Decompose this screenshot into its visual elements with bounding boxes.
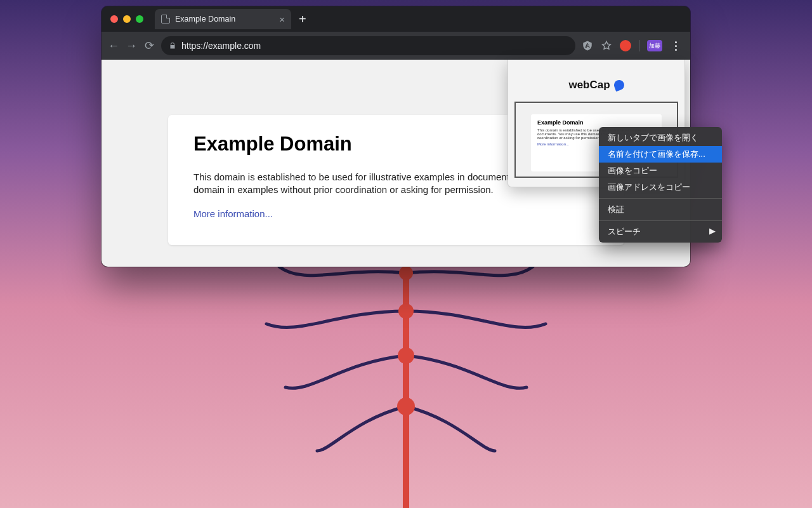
translate-icon[interactable]	[582, 40, 593, 51]
address-bar[interactable]: https://example.com	[161, 36, 575, 55]
popup-title: webCap	[514, 79, 678, 91]
context-menu: 新しいタブで画像を開く 名前を付けて画像を保存... 画像をコピー 画像アドレス…	[599, 127, 722, 243]
back-button[interactable]: ←	[108, 40, 119, 51]
svg-point-3	[398, 304, 414, 319]
svg-point-2	[399, 266, 413, 280]
svg-point-4	[398, 347, 414, 364]
ctx-speech-label: スピーチ	[608, 227, 641, 236]
titlebar: Example Domain × +	[102, 6, 690, 32]
toolbar-right: 加藤	[582, 40, 684, 51]
close-tab-button[interactable]: ×	[279, 15, 285, 24]
toolbar: ← → ⟳ https://example.com 加藤	[102, 32, 690, 60]
extension-icon[interactable]	[620, 40, 631, 51]
ctx-copy-image-address[interactable]: 画像アドレスをコピー	[599, 179, 722, 196]
kebab-menu-icon[interactable]	[670, 40, 681, 51]
submenu-arrow-icon: ▶	[709, 226, 716, 236]
tab-title: Example Domain	[175, 15, 235, 23]
desktop-wallpaper: Example Domain × + ← → ⟳ https://example…	[0, 0, 812, 508]
bookmark-star-icon[interactable]	[601, 40, 612, 51]
zoom-window-button[interactable]	[136, 15, 143, 23]
lock-icon	[169, 42, 176, 50]
forward-button[interactable]: →	[126, 40, 137, 51]
new-tab-button[interactable]: +	[299, 13, 306, 25]
url-text: https://example.com	[181, 41, 261, 51]
ctx-save-image-as[interactable]: 名前を付けて画像を保存...	[599, 146, 722, 163]
close-window-button[interactable]	[110, 15, 118, 23]
ctx-separator	[599, 220, 722, 221]
reload-button[interactable]: ⟳	[143, 40, 155, 51]
ctx-copy-image[interactable]: 画像をコピー	[599, 163, 722, 179]
minimize-window-button[interactable]	[123, 15, 131, 23]
thumb-heading: Example Domain	[537, 119, 655, 126]
ctx-open-image-new-tab[interactable]: 新しいタブで画像を開く	[599, 130, 722, 146]
popup-title-text: webCap	[568, 79, 610, 91]
ctx-speech[interactable]: スピーチ ▶	[599, 224, 722, 240]
page-icon	[161, 15, 170, 23]
svg-point-5	[397, 398, 415, 415]
separator	[639, 40, 639, 51]
more-info-link[interactable]: More information...	[193, 208, 273, 219]
webcap-logo-icon	[612, 79, 625, 92]
ctx-inspect[interactable]: 検証	[599, 201, 722, 218]
window-controls	[107, 15, 148, 23]
ctx-separator	[599, 198, 722, 199]
browser-tab[interactable]: Example Domain ×	[155, 9, 291, 29]
profile-avatar[interactable]: 加藤	[647, 40, 662, 51]
